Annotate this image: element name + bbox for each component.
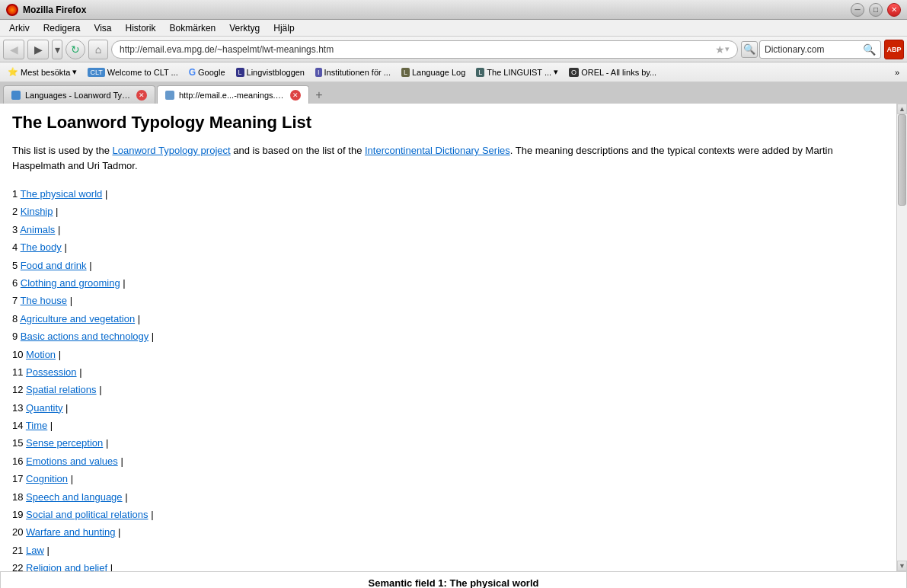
tab-label: Languages - Loanword Typol...	[25, 91, 132, 100]
list-item: 18 Speech and language |	[12, 488, 884, 506]
menu-bokmarken[interactable]: Bokmärken	[164, 21, 222, 35]
menu-arkiv[interactable]: Arkiv	[3, 21, 36, 35]
list-link-11[interactable]: Spatial relations	[26, 384, 97, 395]
tab-close-button[interactable]: ✕	[136, 90, 147, 101]
list-link-4[interactable]: Food and drink	[21, 260, 87, 271]
bookmark-icon: L	[401, 68, 410, 77]
bookmark-label: The LINGUIST ...	[487, 68, 551, 77]
search-engine-icon[interactable]: 🔍	[741, 41, 758, 58]
bookmarks-more-button[interactable]: »	[890, 66, 904, 78]
dropdown-button[interactable]: ▾	[52, 40, 62, 59]
scrollbar-thumb[interactable]	[898, 114, 906, 206]
list-number: 16	[12, 455, 26, 467]
menu-historik[interactable]: Historik	[120, 21, 162, 35]
bookmark-mest-besokta[interactable]: ⭐ Mest besökta ▾	[3, 66, 81, 78]
browser-icon	[6, 4, 18, 16]
search-icon[interactable]: 🔍	[863, 43, 876, 56]
list-link-17[interactable]: Speech and language	[26, 491, 123, 503]
refresh-button[interactable]: ↻	[65, 40, 85, 59]
loanword-typology-link[interactable]: Loanword Typology project	[113, 145, 231, 156]
list-link-5[interactable]: Clothing and grooming	[21, 277, 120, 289]
page-description: This list is used by the Loanword Typolo…	[12, 143, 884, 173]
url-bar[interactable]: http://email.eva.mpg.de/~haspelmt/lwt-me…	[111, 40, 738, 59]
scrollbar[interactable]: ▲ ▼	[896, 104, 907, 571]
tab-icon	[165, 91, 174, 100]
bookmark-clt[interactable]: CLT Welcome to CLT ...	[83, 66, 182, 78]
bookmark-orel[interactable]: O OREL - All links by...	[564, 66, 661, 78]
list-number: 13	[12, 402, 26, 414]
list-item: 17 Cognition |	[12, 470, 884, 487]
bookmark-languagelog[interactable]: L Language Log	[397, 66, 470, 78]
list-link-13[interactable]: Time	[26, 420, 47, 431]
star-icon[interactable]: ★	[715, 43, 725, 56]
list-link-12[interactable]: Quantity	[26, 402, 62, 414]
menu-verktyg[interactable]: Verktyg	[223, 21, 266, 35]
page-content: The Loanword Typology Meaning List This …	[0, 104, 896, 571]
new-tab-button[interactable]: +	[311, 87, 327, 104]
maximize-button[interactable]: □	[869, 3, 883, 17]
menu-visa[interactable]: Visa	[88, 21, 117, 35]
back-button[interactable]: ◀	[3, 40, 24, 59]
tab-close-button-2[interactable]: ✕	[290, 90, 301, 101]
list-link-7[interactable]: Agriculture and vegetation	[20, 313, 135, 324]
list-link-2[interactable]: Animals	[20, 224, 55, 235]
bookmark-label: Institutionen för ...	[324, 68, 391, 77]
list-number: 21	[12, 545, 26, 556]
tab-meanings[interactable]: http://email.e...-meanings.htm ✕	[157, 85, 309, 104]
ids-link[interactable]: Intercontinental Dictionary Series	[365, 145, 510, 156]
list-link-19[interactable]: Warfare and hunting	[26, 526, 115, 538]
menu-redigera[interactable]: Redigera	[37, 21, 87, 35]
scroll-up-button[interactable]: ▲	[897, 104, 907, 114]
list-number: 3	[12, 224, 20, 235]
list-number: 22	[12, 562, 26, 571]
scroll-down-button[interactable]: ▼	[897, 561, 907, 571]
close-button[interactable]: ✕	[887, 3, 901, 17]
list-link-3[interactable]: The body	[21, 241, 62, 253]
list-link-6[interactable]: The house	[21, 295, 67, 306]
bookmark-label: Google	[198, 68, 225, 77]
bookmark-icon: ⭐	[8, 67, 18, 77]
url-dropdown-icon[interactable]: ▾	[725, 44, 730, 54]
list-link-15[interactable]: Emotions and values	[26, 455, 118, 467]
list-number: 20	[12, 526, 26, 538]
list-item: 22 Religion and belief |	[12, 559, 884, 571]
list-link-21[interactable]: Religion and belief	[26, 562, 107, 571]
home-button[interactable]: ⌂	[88, 40, 108, 59]
list-item: 3 Animals |	[12, 221, 884, 238]
adblock-button[interactable]: ABP	[884, 40, 904, 59]
list-link-18[interactable]: Social and political relations	[26, 509, 148, 520]
bookmark-institutionen[interactable]: I Institutionen för ...	[311, 66, 395, 78]
list-number: 5	[12, 260, 21, 271]
list-item: 20 Warfare and hunting |	[12, 523, 884, 541]
page-wrapper: The Loanword Typology Meaning List This …	[0, 104, 907, 571]
iframe-preview-text: Semantic field 1: The physical world	[369, 577, 539, 589]
search-box[interactable]: Dictionary.com 🔍	[759, 40, 881, 59]
bookmark-icon: O	[569, 68, 579, 77]
tab-icon	[11, 91, 21, 100]
list-item: 14 Time |	[12, 417, 884, 434]
list-link-16[interactable]: Cognition	[26, 473, 68, 484]
list-link-8[interactable]: Basic actions and technology	[21, 331, 149, 342]
list-number: 15	[12, 437, 26, 449]
list-link-1[interactable]: Kinship	[21, 206, 53, 217]
scrollbar-track[interactable]	[897, 114, 907, 561]
list-link-20[interactable]: Law	[26, 545, 44, 556]
bookmark-linguist[interactable]: L The LINGUIST ... ▾	[471, 66, 563, 78]
list-number: 2	[12, 206, 21, 217]
search-text: Dictionary.com	[765, 44, 860, 55]
list-number: 14	[12, 420, 26, 431]
dropdown-icon: ▾	[554, 67, 558, 77]
bookmarks-bar: ⭐ Mest besökta ▾ CLT Welcome to CLT ... …	[0, 62, 907, 82]
list-number: 1	[12, 188, 21, 200]
bookmark-lingvistbloggen[interactable]: L Lingvistbloggen	[232, 66, 309, 78]
tab-languages[interactable]: Languages - Loanword Typol... ✕	[3, 85, 155, 104]
list-link-0[interactable]: The physical world	[21, 188, 103, 200]
list-number: 11	[12, 366, 26, 378]
forward-button[interactable]: ▶	[27, 40, 49, 59]
bookmark-google[interactable]: G Google	[184, 66, 230, 79]
menu-hjalp[interactable]: Hjälp	[267, 21, 300, 35]
minimize-button[interactable]: ─	[851, 3, 864, 17]
list-link-14[interactable]: Sense perception	[26, 437, 103, 449]
list-link-9[interactable]: Motion	[26, 349, 56, 360]
list-link-10[interactable]: Possession	[26, 366, 76, 378]
